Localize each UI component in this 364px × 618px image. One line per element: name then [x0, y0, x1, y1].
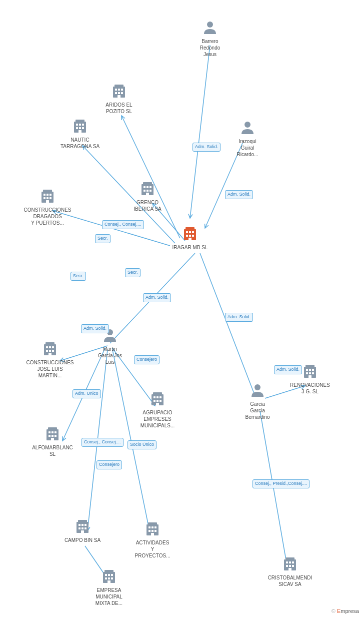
svg-line-1 — [200, 253, 255, 396]
node-barrero[interactable]: Barrero Redondo Jesus — [190, 20, 230, 58]
svg-rect-85 — [81, 530, 84, 533]
icon-cristobalmendi — [282, 555, 298, 573]
svg-rect-15 — [115, 89, 117, 91]
node-construcciones_dp[interactable]: CONSTRUCCIONES DRAGADOS Y PUERTOS... — [28, 188, 68, 226]
svg-rect-8 — [189, 235, 191, 237]
icon-construcciones_jl — [42, 340, 58, 358]
svg-rect-51 — [46, 342, 54, 345]
svg-rect-61 — [48, 431, 50, 433]
badge-consej_cristob: Consej., Presid.,Consej.... — [252, 479, 310, 488]
svg-rect-47 — [150, 190, 152, 192]
label-martin: Martin Garcia Jos Luis — [98, 346, 122, 365]
node-grenco[interactable]: GRENCO IBERICA SA — [128, 180, 168, 212]
node-nautic[interactable]: NAUTIC TARRAGONA SA — [60, 118, 100, 150]
svg-rect-35 — [50, 194, 52, 196]
badge-adm_solid_2: Adm. Solid. — [225, 190, 253, 199]
icon-agrupacio — [150, 390, 166, 408]
svg-rect-72 — [160, 396, 162, 398]
node-campo[interactable]: CAMPO BIN SA — [62, 518, 102, 543]
label-construcciones_jl: CONSTRUCCIONES JOSE LUIS MARTIN... — [26, 359, 74, 379]
svg-rect-74 — [156, 400, 158, 402]
node-cristobalmendi[interactable]: CRISTOBALMENDI SICAV SA — [270, 555, 310, 587]
svg-rect-29 — [82, 127, 84, 129]
svg-rect-120 — [289, 565, 291, 567]
node-construcciones_jl[interactable]: CONSTRUCCIONES JOSE LUIS MARTIN... — [30, 340, 70, 379]
icon-nautic — [72, 118, 88, 136]
badge-consej_alfom: Consej., Consej.... — [82, 438, 124, 447]
svg-rect-3 — [186, 227, 194, 230]
label-nautic: NAUTIC TARRAGONA SA — [60, 137, 100, 150]
svg-rect-115 — [286, 557, 294, 560]
svg-rect-111 — [309, 372, 311, 374]
svg-rect-71 — [156, 396, 158, 398]
icon-barrero — [202, 20, 218, 37]
node-martin[interactable]: Martin Garcia Jos Luis — [90, 328, 130, 365]
svg-rect-66 — [54, 435, 56, 437]
svg-rect-112 — [312, 372, 314, 374]
label-construcciones_dp: CONSTRUCCIONES DRAGADOS Y PUERTOS... — [24, 207, 72, 226]
svg-rect-67 — [51, 438, 54, 440]
node-irazoqui[interactable]: Irazoqui Guiral Ricardo... — [228, 120, 268, 158]
node-iragar[interactable]: IRAGAR MB SL — [170, 225, 210, 251]
svg-rect-76 — [156, 403, 159, 405]
svg-point-12 — [244, 122, 250, 128]
label-cristobalmendi: CRISTOBALMENDI SICAV SA — [268, 574, 312, 587]
svg-rect-25 — [79, 124, 81, 126]
label-campo: CAMPO BIN SA — [64, 537, 100, 543]
node-agrupacio[interactable]: AGRUPACIO EMPRESES MUNICIPALS... — [138, 390, 178, 429]
svg-rect-69 — [153, 392, 162, 395]
svg-rect-88 — [148, 526, 150, 528]
badge-adm_solid_martin: Adm. Solid. — [81, 324, 109, 333]
svg-rect-63 — [54, 431, 56, 433]
label-grenco: GRENCO IBERICA SA — [134, 199, 162, 212]
svg-rect-108 — [309, 369, 311, 371]
node-aridos[interactable]: ARIDOS EL POZITO SL — [99, 83, 139, 115]
svg-rect-103 — [108, 580, 110, 583]
svg-rect-78 — [78, 520, 87, 523]
svg-rect-9 — [192, 235, 194, 237]
svg-rect-33 — [44, 194, 46, 196]
svg-rect-99 — [111, 574, 113, 576]
label-garcia: Garcia Garcia Bernardino — [246, 401, 270, 420]
node-alfomarblanc[interactable]: ALFOMARBLANC SL — [32, 425, 72, 457]
svg-rect-81 — [84, 524, 86, 526]
svg-rect-16 — [118, 89, 120, 91]
svg-rect-53 — [49, 346, 51, 348]
badge-consej_grenco: Consej., Consej.... — [102, 220, 144, 229]
svg-rect-87 — [148, 522, 157, 525]
svg-rect-27 — [76, 127, 78, 129]
svg-rect-60 — [48, 427, 57, 430]
svg-rect-58 — [48, 353, 52, 355]
svg-rect-64 — [48, 435, 50, 437]
label-empresa: EMPRESA MUNICIPAL MIXTA DE... — [96, 587, 122, 606]
svg-rect-122 — [288, 568, 292, 570]
svg-rect-73 — [154, 400, 156, 402]
svg-rect-42 — [144, 186, 146, 188]
icon-alfomarblanc — [44, 425, 60, 443]
svg-rect-6 — [192, 231, 194, 233]
svg-rect-113 — [308, 375, 312, 378]
node-empresa[interactable]: EMPRESA MUNICIPAL MIXTA DE... — [89, 568, 129, 606]
svg-rect-101 — [108, 577, 110, 579]
svg-rect-43 — [146, 186, 148, 188]
svg-rect-62 — [52, 431, 54, 433]
svg-rect-45 — [144, 190, 146, 192]
label-actividades: ACTIVIDADES Y PROYECTOS... — [135, 539, 170, 559]
icon-aridos — [111, 83, 127, 101]
label-renovaciones: RENOVACIONES 3 G. SL — [290, 382, 330, 395]
badge-consejero_martin: Consejero — [134, 355, 160, 364]
svg-rect-84 — [84, 527, 86, 529]
badge-adm_unico: Adm. Unico — [72, 389, 101, 398]
badge-secr_1: Secr. — [95, 234, 110, 243]
label-irazoqui: Irazoqui Guiral Ricardo... — [237, 138, 258, 158]
svg-rect-20 — [121, 92, 123, 94]
svg-rect-36 — [44, 197, 46, 199]
svg-rect-94 — [151, 533, 154, 535]
svg-rect-98 — [108, 574, 110, 576]
node-garcia[interactable]: Garcia Garcia Bernardino — [238, 383, 278, 420]
svg-rect-110 — [306, 372, 308, 374]
svg-rect-34 — [46, 194, 48, 196]
svg-rect-39 — [46, 200, 49, 203]
node-actividades[interactable]: ACTIVIDADES Y PROYECTOS... — [132, 520, 172, 559]
svg-rect-83 — [82, 527, 84, 529]
